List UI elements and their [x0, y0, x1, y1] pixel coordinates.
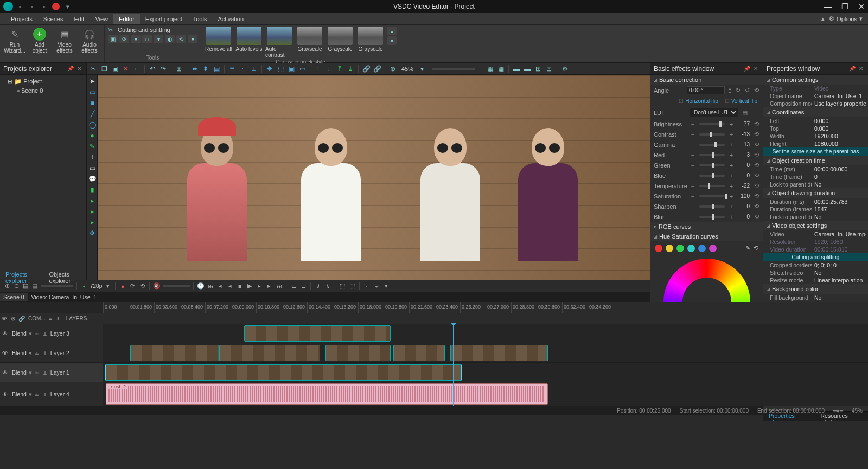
split-icon[interactable]: ⫞ — [363, 282, 371, 290]
prop-comp[interactable]: Composition modeUse layer's properties — [763, 100, 868, 107]
minus-icon[interactable]: − — [690, 142, 696, 148]
resize-icon[interactable]: ▣ — [287, 65, 296, 73]
video-head[interactable]: Video object settings — [763, 221, 868, 230]
delete-icon[interactable]: ✕ — [122, 65, 130, 73]
link-icon[interactable]: 🔗 — [17, 316, 26, 322]
video-clip[interactable] — [326, 345, 391, 361]
clock-icon[interactable]: 🕐 — [197, 282, 205, 290]
chevron-down-icon[interactable]: ▾ — [29, 391, 32, 397]
video-clip[interactable] — [244, 325, 391, 342]
lock-icon[interactable]: ⊘ — [9, 316, 17, 322]
jump-icon[interactable]: ⤹ — [324, 282, 331, 290]
plus-icon[interactable]: + — [728, 121, 735, 127]
align-icon[interactable]: ▤ — [212, 65, 221, 73]
play-tool-icon[interactable]: ▸ — [88, 196, 97, 205]
snap-icon[interactable]: ⬚ — [339, 282, 346, 290]
hflip-checkbox[interactable]: Horizontal flip — [679, 98, 718, 104]
view-icon[interactable]: ⊞ — [534, 65, 542, 73]
prop-row[interactable]: Duration (ms)00:00:25.783 — [763, 198, 868, 205]
video-name-cell[interactable]: Video: Camera_In_Use_1 — [28, 293, 101, 301]
spinner-down-icon[interactable]: ▼ — [728, 91, 732, 94]
prop-row[interactable]: Left0.000 — [763, 117, 868, 125]
audio-icon[interactable]: ⫨ — [34, 391, 40, 397]
loop-icon[interactable]: ⟲ — [138, 282, 146, 290]
zoom-value[interactable]: 45% — [399, 66, 416, 72]
track-height-slider[interactable] — [41, 285, 73, 287]
video-clip[interactable] — [106, 364, 461, 381]
minus-icon[interactable]: − — [690, 183, 696, 189]
eye-icon[interactable]: 👁 — [2, 391, 10, 397]
skip-end-icon[interactable]: ⏭ — [275, 282, 283, 290]
prop-row[interactable]: Top0.000 — [763, 125, 868, 132]
tree-project[interactable]: ⊟ 📁 Project — [2, 77, 84, 86]
menu-edit[interactable]: Edit — [68, 14, 90, 24]
reset-icon[interactable]: ⟲ — [754, 87, 760, 94]
copy-icon[interactable]: ❐ — [100, 65, 108, 73]
distribute-icon[interactable]: ⫩ — [228, 65, 237, 73]
track[interactable] — [103, 343, 868, 362]
plus-icon[interactable]: + — [728, 131, 735, 138]
eye-icon[interactable]: 👁 — [2, 350, 10, 356]
mark-in-icon[interactable]: ⊏ — [290, 282, 297, 290]
chevron-down-icon[interactable]: ▾ — [29, 369, 32, 376]
select-icon[interactable]: ○ — [132, 65, 141, 73]
prop-row[interactable]: Video duration00:00:15.810 — [763, 246, 868, 253]
reset-icon[interactable]: ⟲ — [753, 192, 760, 200]
res-dropdown-icon[interactable]: ▾ — [104, 282, 112, 290]
target-icon[interactable]: ⊕ — [388, 65, 397, 73]
prop-row[interactable]: Fill backgroundNo — [763, 294, 868, 301]
plus-icon[interactable]: + — [728, 172, 735, 179]
menu-editor[interactable]: Editor — [113, 14, 140, 24]
wave-icon[interactable]: ⫫ — [42, 350, 48, 356]
reset-icon[interactable]: ⟲ — [753, 182, 760, 189]
plus-icon[interactable]: + — [728, 142, 735, 148]
tool-btn[interactable]: ▾ — [131, 35, 141, 43]
reset-icon[interactable]: ⟲ — [753, 162, 760, 169]
tool-btn[interactable]: ◐ — [165, 35, 175, 43]
minus-icon[interactable]: − — [690, 121, 696, 127]
style-auto-levels[interactable]: Auto levels — [235, 27, 263, 52]
slider-track[interactable] — [699, 154, 725, 156]
layout-icon[interactable]: ▦ — [486, 65, 494, 73]
hue-dot-yellow[interactable] — [666, 245, 673, 252]
prev-icon[interactable]: ◂ — [226, 282, 234, 290]
style-grayscale2[interactable]: Grayscale — [326, 27, 354, 52]
video-effects-button[interactable]: ▤Video effects — [53, 27, 76, 55]
creation-head[interactable]: Object creation time — [763, 156, 868, 165]
tree-scene[interactable]: ▫ Scene 0 — [2, 86, 84, 95]
minus-icon[interactable]: − — [690, 131, 696, 138]
style-auto-contrast[interactable]: Auto contrast — [265, 27, 293, 58]
reset-icon[interactable]: ⟲ — [753, 213, 760, 220]
minus-icon[interactable]: − — [690, 152, 696, 158]
slider-track[interactable] — [699, 175, 725, 177]
layer-name[interactable]: Layer 2 — [50, 350, 69, 356]
prop-row[interactable]: Time (ms)00:00:00.000 — [763, 165, 868, 173]
tool-btn[interactable]: ⟳ — [119, 35, 129, 43]
view-icon[interactable]: ▬ — [523, 65, 532, 73]
paste-icon[interactable]: ▣ — [111, 65, 119, 73]
align-icon[interactable]: ⬌ — [190, 65, 199, 73]
text-tool-icon[interactable]: T — [88, 153, 97, 162]
plus-icon[interactable]: + — [728, 152, 735, 158]
close-button[interactable]: ✕ — [858, 2, 865, 11]
slider-track[interactable] — [699, 205, 725, 208]
record-icon[interactable] — [52, 3, 60, 10]
menu-scenes[interactable]: Scenes — [38, 14, 69, 24]
mute-icon[interactable]: 🔇 — [153, 282, 161, 290]
wave-icon[interactable]: ⫫ — [42, 330, 48, 337]
prop-row[interactable]: Resolution1920; 1080 — [763, 238, 868, 246]
video-clip[interactable] — [130, 345, 220, 361]
add-object-button[interactable]: +Add object — [28, 27, 51, 55]
more-icon[interactable]: ▾ — [382, 282, 390, 290]
hue-dot-blue[interactable] — [698, 245, 706, 252]
rotate-ccw-icon[interactable]: ↺ — [744, 87, 750, 94]
chevron-down-icon[interactable]: ▾ — [29, 330, 32, 337]
minus-icon[interactable]: − — [690, 162, 696, 169]
prop-row[interactable]: VideoCamera_In_Use.mp4 — [763, 230, 868, 238]
view-icon[interactable]: ⊡ — [545, 65, 553, 73]
slider-track[interactable] — [699, 216, 725, 218]
slider-track[interactable] — [699, 164, 725, 166]
cutting-action[interactable]: Cutting and splitting — [763, 253, 868, 261]
new-icon[interactable]: ▫ — [16, 3, 24, 10]
redo-icon[interactable]: ↷ — [159, 65, 168, 73]
